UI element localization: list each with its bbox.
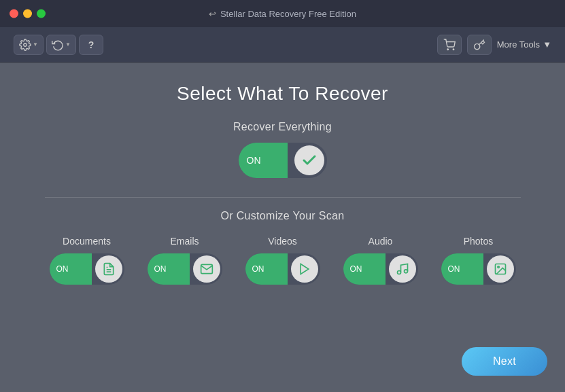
page-title: Select What To Recover <box>177 83 388 105</box>
help-icon: ? <box>88 39 95 50</box>
audio-toggle[interactable]: ON <box>343 253 418 285</box>
audio-toggle-on: ON <box>350 264 362 274</box>
recover-everything-toggle[interactable]: ON <box>239 143 327 178</box>
documents-toggle-knob <box>95 255 122 283</box>
settings-button[interactable]: ▼ <box>14 35 44 55</box>
cart-button[interactable] <box>437 35 462 55</box>
photos-toggle-green: ON <box>441 253 483 285</box>
videos-toggle-on: ON <box>252 264 264 274</box>
categories-row: Documents ON Emails <box>50 236 516 285</box>
emails-toggle-on: ON <box>154 264 167 274</box>
documents-toggle-on: ON <box>56 264 69 274</box>
titlebar: ↩ Stellar Data Recovery Free Edition <box>0 0 565 27</box>
help-button[interactable]: ? <box>79 35 103 55</box>
maximize-button[interactable] <box>37 10 46 18</box>
toolbar: ▼ ▼ ? More Tools ▼ <box>0 27 565 63</box>
section-divider <box>45 197 521 198</box>
videos-toggle-green: ON <box>245 253 288 285</box>
category-photos: Photos ON <box>441 236 516 285</box>
videos-toggle-knob <box>291 255 318 283</box>
close-button[interactable] <box>10 10 18 18</box>
toggle-knob <box>294 145 324 175</box>
documents-label: Documents <box>63 236 111 247</box>
cart-icon <box>443 39 456 51</box>
svg-point-6 <box>397 271 400 274</box>
minimize-button[interactable] <box>23 10 32 18</box>
key-icon <box>473 39 485 51</box>
toggle-on-text: ON <box>247 155 261 166</box>
next-button[interactable]: Next <box>462 347 547 376</box>
recover-everything-section: Recover Everything ON <box>233 121 332 178</box>
traffic-lights <box>10 10 46 18</box>
emails-label: Emails <box>170 236 199 247</box>
history-button[interactable]: ▼ <box>46 35 76 55</box>
audio-label: Audio <box>369 236 393 247</box>
audio-toggle-green: ON <box>343 253 386 285</box>
svg-point-7 <box>404 270 407 273</box>
category-audio: Audio ON <box>343 236 418 285</box>
more-tools-button[interactable]: More Tools ▼ <box>497 39 551 50</box>
toolbar-left: ▼ ▼ ? <box>14 35 103 55</box>
photos-toggle[interactable]: ON <box>441 253 516 285</box>
customize-label: Or Customize Your Scan <box>221 210 345 222</box>
gear-icon <box>19 39 31 51</box>
settings-dropdown-arrow: ▼ <box>33 41 38 48</box>
svg-point-2 <box>453 49 454 50</box>
history-dropdown-arrow: ▼ <box>65 41 71 48</box>
main-content: Select What To Recover Recover Everythin… <box>0 63 565 298</box>
category-videos: Videos ON <box>245 236 320 285</box>
category-emails: Emails ON <box>148 236 222 285</box>
photos-toggle-on: ON <box>448 264 460 274</box>
titlebar-icon: ↩ <box>209 9 216 19</box>
documents-toggle-green: ON <box>50 253 92 285</box>
emails-toggle[interactable]: ON <box>148 253 222 285</box>
videos-label: Videos <box>268 236 297 247</box>
svg-point-9 <box>497 266 499 268</box>
svg-marker-5 <box>301 264 309 274</box>
recover-everything-label: Recover Everything <box>233 121 332 133</box>
emails-toggle-green: ON <box>148 253 190 285</box>
photos-toggle-knob <box>487 255 514 283</box>
documents-toggle[interactable]: ON <box>50 253 124 285</box>
photos-label: Photos <box>464 236 494 247</box>
category-documents: Documents ON <box>50 236 124 285</box>
toolbar-right: More Tools ▼ <box>437 35 551 55</box>
videos-toggle[interactable]: ON <box>245 253 320 285</box>
more-tools-arrow: ▼ <box>543 39 551 50</box>
emails-toggle-knob <box>193 255 220 283</box>
titlebar-title: Stellar Data Recovery Free Edition <box>220 9 356 19</box>
svg-point-0 <box>24 43 27 46</box>
history-icon <box>52 39 64 51</box>
audio-toggle-knob <box>389 255 416 283</box>
key-button[interactable] <box>467 35 492 55</box>
svg-point-1 <box>447 49 449 50</box>
toggle-green-part: ON <box>239 143 288 178</box>
